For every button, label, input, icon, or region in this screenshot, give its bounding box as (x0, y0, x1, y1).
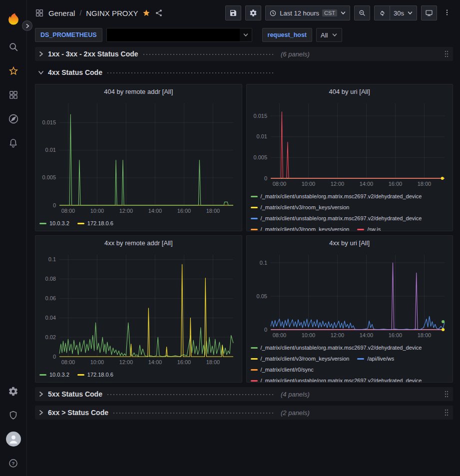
dashboard-row-header-6xx[interactable]: 6xx > Status Code (2 panels) (35, 406, 453, 420)
sidebar-item-explore[interactable] (0, 107, 27, 131)
variable-label-ds-prometheus[interactable]: DS_PROMETHEUS (35, 28, 102, 42)
sidebar-item-dashboards[interactable] (0, 83, 27, 107)
legend-item[interactable]: /_matrix/client/r0/sync (251, 365, 314, 375)
chevron-down-icon (38, 69, 44, 75)
legend-label: /_matrix/client/v3/room_keys/version (261, 202, 350, 213)
sidebar-item-starred[interactable] (0, 59, 27, 83)
bell-icon (8, 138, 18, 148)
x-axis-tick-label: 12:00 (330, 332, 344, 338)
x-axis-tick-label: 08:00 (61, 359, 75, 365)
sidebar-expand-button[interactable] (22, 20, 32, 31)
panel-title[interactable]: 404 by uri [All] (247, 84, 453, 98)
sidebar-item-server-admin[interactable] (0, 403, 27, 427)
legend-label: 172.18.0.6 (87, 370, 113, 380)
x-axis-tick-label: 10:00 (301, 332, 315, 338)
x-axis-tick-label: 10:00 (90, 208, 104, 214)
panel-title[interactable]: 404 by remote addr [All] (35, 84, 242, 98)
series-point-marker (442, 328, 445, 331)
row-drag-handle[interactable] (444, 390, 449, 398)
sidebar-item-alerting[interactable] (0, 131, 27, 155)
favorite-star-icon[interactable] (142, 9, 150, 17)
x-axis-tick-label: 18:00 (417, 181, 431, 187)
panel-legend: 10.0.3.2172.18.0.6 (35, 369, 242, 382)
share-icon[interactable] (155, 9, 163, 17)
dashboard-row-header-4xx[interactable]: 4xx Status Code (35, 65, 453, 79)
panel-title[interactable]: 4xx by remote addr [All] (35, 236, 242, 250)
x-axis-tick-label: 08:00 (272, 332, 286, 338)
series-line (271, 316, 445, 330)
legend-item[interactable]: /_matrix/client/unstable/org.matrix.msc2… (251, 376, 422, 382)
y-axis-tick-label: 0.005 (42, 174, 56, 180)
save-dashboard-button[interactable] (225, 5, 241, 20)
sidebar-item-configuration[interactable] (0, 379, 27, 403)
dashboard-settings-button[interactable] (245, 5, 261, 20)
legend-swatch (251, 207, 258, 208)
legend-item[interactable]: /_matrix/client/unstable/org.matrix.msc2… (251, 191, 422, 202)
dashboard-title[interactable]: NGINX PROXY (86, 9, 138, 17)
refresh-picker: 30s (374, 5, 417, 20)
legend-item[interactable]: /_matrix/client/v3/room_keys/version (251, 354, 350, 364)
x-axis-tick-label: 08:00 (61, 208, 75, 214)
legend-item[interactable]: /api/live/ws (357, 354, 394, 364)
x-axis-tick-label: 14:00 (359, 181, 373, 187)
zoom-out-time-button[interactable] (354, 5, 370, 20)
time-range-picker[interactable]: Last 12 hours CST (265, 5, 350, 20)
variable-label-request-host[interactable]: request_host (262, 28, 313, 42)
variable-value-ds-prometheus[interactable] (106, 28, 252, 42)
dashboard-row-header-1xx[interactable]: 1xx - 3xx - 2xx Status Code (6 panels) (35, 47, 453, 61)
row-dotted-leader (107, 72, 275, 73)
row-title: 1xx - 3xx - 2xx Status Code (48, 50, 138, 58)
legend-swatch (251, 358, 258, 360)
dashboard-row-header-5xx[interactable]: 5xx Status Code (4 panels) (35, 387, 453, 401)
gear-icon (249, 9, 257, 17)
legend-item[interactable]: 172.18.0.6 (77, 218, 113, 229)
dashboard-variables-bar: DS_PROMETHEUS request_host All (27, 26, 460, 47)
svg-text:?: ? (12, 461, 15, 466)
legend-item[interactable]: 172.18.0.6 (77, 370, 113, 380)
row-title: 5xx Status Code (48, 390, 102, 398)
shield-icon (8, 410, 18, 421)
legend-label: /_matrix/client/unstable/org.matrix.msc2… (261, 343, 422, 353)
legend-swatch (39, 223, 46, 224)
time-series-plot[interactable]: 08:0010:0012:0014:0016:0018:0000.050.1 (251, 250, 449, 342)
breadcrumb-separator: / (79, 9, 81, 17)
panel-4xx-by-remote-addr: 4xx by remote addr [All] 08:0010:0012:00… (35, 235, 242, 383)
help-icon: ? (8, 458, 18, 469)
legend-item[interactable]: /sw.js (357, 224, 381, 231)
sidebar-item-profile[interactable] (0, 427, 27, 451)
variable-selected-value: All (321, 31, 328, 39)
row-drag-handle[interactable] (444, 409, 449, 417)
avatar (6, 432, 21, 447)
panel-legend: /_matrix/client/unstable/org.matrix.msc2… (247, 190, 453, 231)
tv-mode-button[interactable] (421, 5, 437, 20)
more-options-menu[interactable] (441, 8, 453, 18)
sidebar-item-search[interactable] (0, 35, 27, 59)
legend-item[interactable]: 10.0.3.2 (39, 218, 69, 229)
legend-swatch (251, 380, 258, 382)
legend-item[interactable]: /_matrix/client/unstable/org.matrix.msc2… (251, 213, 422, 224)
y-axis-tick-label: 0.01 (45, 147, 56, 153)
time-series-plot[interactable]: 08:0010:0012:0014:0016:0018:0000.0050.01… (251, 98, 449, 190)
row-title: 4xx Status Code (48, 68, 102, 76)
y-axis-tick-label: 0 (53, 202, 56, 208)
variable-value-request-host[interactable]: All (316, 28, 342, 42)
y-axis-tick-label: 0.04 (45, 315, 56, 321)
legend-item[interactable]: /_matrix/client/unstable/org.matrix.msc2… (251, 343, 422, 353)
legend-item[interactable]: /_matrix/client/v3/room_keys/version (251, 202, 350, 213)
row-drag-handle[interactable] (444, 50, 449, 58)
panel-title[interactable]: 4xx by uri [All] (247, 236, 453, 250)
refresh-button[interactable] (374, 5, 390, 20)
time-series-plot[interactable]: 08:0010:0012:0014:0016:0018:0000.020.040… (39, 250, 237, 369)
breadcrumb-section[interactable]: General (48, 9, 75, 17)
row-panel-count: (6 panels) (281, 50, 310, 58)
legend-item[interactable]: 10.0.3.2 (39, 370, 69, 380)
y-axis-tick-label: 0 (53, 354, 56, 360)
panel-4xx-by-uri: 4xx by uri [All] 08:0010:0012:0014:0016:… (246, 235, 454, 383)
time-series-plot[interactable]: 08:0010:0012:0014:0016:0018:0000.0050.01… (39, 98, 237, 217)
y-axis-tick-label: 0.06 (45, 295, 56, 301)
series-line (59, 114, 233, 205)
x-axis-tick-label: 18:00 (206, 359, 220, 365)
legend-item[interactable]: /_matrix/client/v3/room_keys/version (251, 224, 350, 231)
sidebar-item-help[interactable]: ? (0, 451, 27, 475)
refresh-interval-dropdown[interactable]: 30s (390, 5, 417, 20)
